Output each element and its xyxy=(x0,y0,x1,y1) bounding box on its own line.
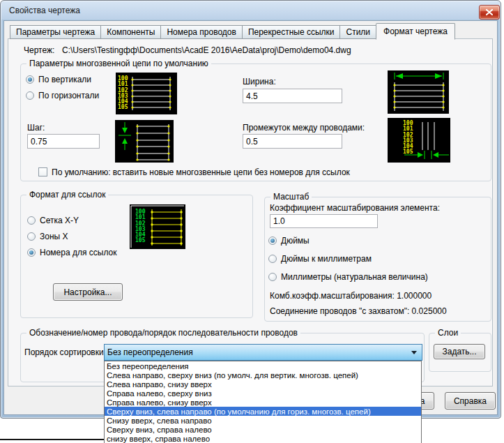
radio-label: Сетка X-Y xyxy=(40,216,79,225)
dropdown-item[interactable]: Сверху вниз, слева направо (по умолчанию… xyxy=(105,407,421,416)
width-label: Ширина: xyxy=(243,77,276,87)
reference-format-radio-option[interactable]: Зоны X xyxy=(27,232,116,241)
layers-set-button[interactable]: Задать... xyxy=(434,344,485,359)
rung-numbers: 100101102103104105 xyxy=(118,76,128,111)
setup-button[interactable]: Настройка... xyxy=(53,283,123,301)
reference-format-radio-option[interactable]: Сетка X-Y xyxy=(27,216,116,225)
orientation-radio-option[interactable]: По горизонтали xyxy=(26,91,99,100)
dropdown-item[interactable]: Справа налево, снизу вверх xyxy=(105,398,421,407)
radio-icon xyxy=(27,232,36,241)
close-button[interactable] xyxy=(479,5,500,20)
wire-snap-text: Соединение проводов "с захватом": 0.0250… xyxy=(270,306,447,316)
help-button[interactable]: Справка xyxy=(445,392,496,410)
radio-icon xyxy=(27,248,36,257)
dropdown-item[interactable]: Снизу вверх, слева направо xyxy=(105,416,421,425)
orientation-radio-group: По вертикали По горизонтали xyxy=(26,75,99,100)
sort-order-select[interactable]: Без переопределения xyxy=(104,344,422,361)
chevron-down-icon xyxy=(411,351,417,357)
dropdown-item[interactable]: Слева направо, сверху вниз (по умолч. дл… xyxy=(105,370,421,380)
wire-gap-input[interactable]: 0.5 xyxy=(243,134,342,149)
radio-icon xyxy=(26,75,34,84)
ladder-defaults-group-title: Параметры многозвенной цепи по умолчанию xyxy=(26,59,211,68)
insert-without-refs-label: По умолчанию: вставить новые многозвенны… xyxy=(52,167,350,177)
scale-unit-radio-option[interactable]: Миллиметры (натуральная величина) xyxy=(268,272,428,281)
drawing-label: Чертеж: xyxy=(24,45,54,55)
ladder-preview-image: 100101102103104105 xyxy=(116,73,177,114)
dropdown-item[interactable]: снизу вверх, справа налево xyxy=(105,434,421,443)
combined-scale-text: Комб.коэфф.масштабирования: 1.000000 xyxy=(270,291,432,301)
radio-label: Дюймы к миллиметрам xyxy=(281,254,372,264)
sort-order-label: Порядок сортировки: xyxy=(24,347,106,357)
close-icon xyxy=(486,8,493,17)
reference-format-radio-group: Сетка X-Y Зоны X Номера для ссылок xyxy=(27,216,116,257)
wire-gap-label: Промежуток между проводами: xyxy=(243,123,365,133)
radio-label: Дюймы xyxy=(281,236,310,246)
spacing-preview-image xyxy=(115,120,174,163)
scale-group-title: Масштаб xyxy=(270,192,312,202)
dropdown-item[interactable]: Слева направо, снизу вверх xyxy=(105,380,421,389)
rung-numbers: 100101102103104105 xyxy=(403,121,413,156)
scale-unit-radio-option[interactable]: Дюймы к миллиметрам xyxy=(268,254,428,263)
layers-group-title: Слои xyxy=(435,328,461,338)
reference-format-group-title: Формат для ссылок xyxy=(26,190,108,200)
scale-factor-label: Коэффициент масштабирования элемента: xyxy=(270,203,440,213)
radio-icon xyxy=(268,273,277,281)
drawing-properties-dialog: Свойства чертежа Параметры чертежаКомпон… xyxy=(0,0,501,419)
sort-order-value: Без переопределения xyxy=(107,347,193,357)
tab[interactable]: Параметры чертежа xyxy=(10,25,101,39)
tab[interactable]: Номера проводов xyxy=(160,25,243,39)
radio-label: Номера для ссылок xyxy=(40,248,116,257)
spacing-input[interactable]: 0.75 xyxy=(27,134,100,149)
dropdown-item[interactable]: Сверху вниз, справа налево xyxy=(105,425,421,434)
spacing-label: Шаг: xyxy=(27,123,45,133)
orientation-radio-option[interactable]: По вертикали xyxy=(26,75,99,84)
dropdown-item[interactable]: Справа налево, сверху вниз xyxy=(105,389,421,398)
tab[interactable]: Формат чертежа xyxy=(376,23,455,40)
dropdown-item[interactable]: Без переопределения xyxy=(105,361,421,370)
radio-label: Зоны X xyxy=(40,232,68,241)
drawing-path: C:\Users\Testingфф\Documents\AcadE 2016\… xyxy=(62,45,351,55)
radio-label: Миллиметры (натуральная величина) xyxy=(281,272,428,282)
tab-bar: Параметры чертежаКомпонентыНомера провод… xyxy=(10,23,455,39)
radio-icon xyxy=(268,255,277,263)
tab[interactable]: Стили xyxy=(339,25,376,39)
rung-numbers: 100101102103104105 xyxy=(135,209,145,244)
radio-label: По горизонтали xyxy=(38,91,99,100)
window-title: Свойства чертежа xyxy=(9,6,80,15)
scale-units-radio-group: Дюймы Дюймы к миллиметрам Миллиметры (на… xyxy=(268,236,428,281)
scale-factor-input[interactable]: 1.0 xyxy=(270,214,378,228)
tab[interactable]: Компоненты xyxy=(100,25,161,39)
reference-format-preview-image: 100101102103104105 xyxy=(130,204,185,249)
radio-icon xyxy=(26,91,34,100)
scale-unit-radio-option[interactable]: Дюймы xyxy=(268,236,428,245)
radio-icon xyxy=(27,216,36,225)
wire-gap-preview-image: 100101102103104105 xyxy=(388,118,450,163)
radio-label: По вертикали xyxy=(38,75,91,84)
sort-order-dropdown-list: Без переопределенияСлева направо, сверху… xyxy=(104,361,422,443)
width-input[interactable]: 4.5 xyxy=(243,89,342,103)
width-preview-image xyxy=(388,70,449,114)
insert-without-refs-checkbox[interactable] xyxy=(38,167,47,177)
radio-icon xyxy=(268,236,277,245)
reference-format-radio-option[interactable]: Номера для ссылок xyxy=(27,248,116,257)
wire-sequence-group-title: Обозначение/номер провода/порядок послед… xyxy=(26,328,300,338)
tab[interactable]: Перекрестные ссылки xyxy=(242,25,341,39)
